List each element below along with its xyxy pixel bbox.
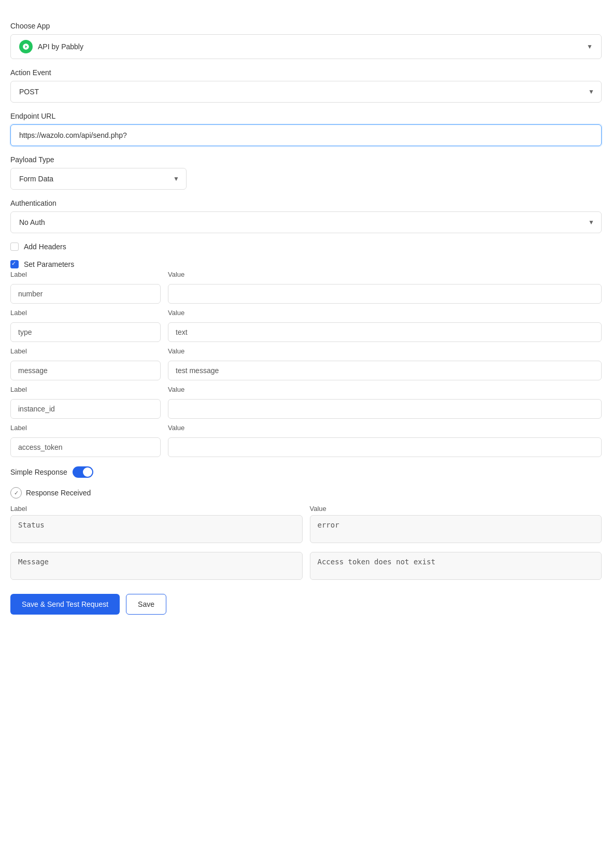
param-row-4 <box>10 437 602 457</box>
param-label-text-2: Label <box>10 347 161 355</box>
param-value-input-2[interactable] <box>168 361 602 380</box>
param-value-input-0[interactable] <box>168 284 602 304</box>
response-message-value[interactable]: Access token does not exist <box>310 552 602 580</box>
choose-app-label: Choose App <box>10 22 602 30</box>
param-label-input-0[interactable] <box>10 284 161 304</box>
response-chevron[interactable]: ✓ <box>10 487 22 499</box>
param-label-input-2[interactable] <box>10 361 161 380</box>
response-received-title: Response Received <box>26 489 91 497</box>
response-message-label[interactable]: Message <box>10 552 303 580</box>
param-label-col-header-4: Label Value <box>10 424 602 434</box>
simple-response-toggle[interactable] <box>73 466 93 478</box>
response-status-value[interactable]: error <box>310 515 602 543</box>
app-dropdown-arrow: ▼ <box>587 43 593 50</box>
set-parameters-checkbox[interactable] <box>10 260 19 268</box>
add-headers-label: Add Headers <box>24 243 66 251</box>
param-label-text-3: Label <box>10 386 161 393</box>
simple-response-label: Simple Response <box>10 468 67 476</box>
param-label-col-header: Label <box>10 271 161 278</box>
choose-app-select[interactable]: API by Pabbly ▼ <box>10 34 602 59</box>
simple-response-row: Simple Response <box>10 466 602 478</box>
param-value-text-1: Value <box>168 309 602 317</box>
payload-type-wrapper: Form Data JSON XML ▼ <box>10 168 187 190</box>
response-grid-headers: Label Status Value error <box>10 505 602 545</box>
response-message-value-col: Access token does not exist <box>310 552 602 581</box>
param-value-input-1[interactable] <box>168 322 602 342</box>
param-label-input-3[interactable] <box>10 399 161 419</box>
param-label-input-1[interactable] <box>10 322 161 342</box>
authentication-wrapper: No Auth Bearer Token Basic Auth ▼ <box>10 211 602 233</box>
action-event-select[interactable]: POST GET PUT DELETE <box>10 81 602 103</box>
param-value-col-header: Value <box>168 271 602 278</box>
set-parameters-label: Set Parameters <box>24 260 74 268</box>
param-label-col-header-1: Label Value <box>10 309 602 319</box>
response-label-col: Label Status <box>10 505 303 545</box>
response-message-label-col: Message <box>10 552 303 581</box>
param-col-headers: Label Value <box>10 271 602 281</box>
authentication-select[interactable]: No Auth Bearer Token Basic Auth <box>10 211 602 233</box>
chevron-down-icon: ✓ <box>14 490 19 496</box>
action-event-wrapper: POST GET PUT DELETE ▼ <box>10 81 602 103</box>
response-label-header: Label <box>10 505 303 513</box>
app-name: API by Pabbly <box>38 42 587 51</box>
param-row-2 <box>10 361 602 380</box>
add-headers-row: Add Headers <box>10 243 602 251</box>
action-event-label: Action Event <box>10 68 602 77</box>
app-icon <box>19 40 33 53</box>
response-status-label[interactable]: Status <box>10 515 303 543</box>
response-grid-message: Message Access token does not exist <box>10 552 602 581</box>
response-received-header: ✓ Response Received <box>10 487 602 499</box>
param-value-text-3: Value <box>168 386 602 393</box>
payload-type-label: Payload Type <box>10 155 602 164</box>
response-value-col-0: Value error <box>310 505 602 545</box>
set-parameters-row: Set Parameters <box>10 260 602 268</box>
add-headers-checkbox[interactable] <box>10 243 19 251</box>
param-row-1 <box>10 322 602 342</box>
param-value-input-3[interactable] <box>168 399 602 419</box>
param-value-text-2: Value <box>168 347 602 355</box>
save-send-button[interactable]: Save & Send Test Request <box>10 594 120 615</box>
param-label-input-4[interactable] <box>10 437 161 457</box>
param-label-text-4: Label <box>10 424 161 432</box>
param-label-col-header-3: Label Value <box>10 386 602 396</box>
endpoint-url-label: Endpoint URL <box>10 112 602 120</box>
param-row-0 <box>10 284 602 304</box>
param-value-text-4: Value <box>168 424 602 432</box>
save-button[interactable]: Save <box>126 594 166 615</box>
button-row: Save & Send Test Request Save <box>10 594 602 615</box>
param-label-col-header-2: Label Value <box>10 347 602 358</box>
param-label-text-1: Label <box>10 309 161 317</box>
param-value-input-4[interactable] <box>168 437 602 457</box>
endpoint-url-input[interactable] <box>10 124 602 146</box>
response-value-header: Value <box>310 505 602 513</box>
param-row-3 <box>10 399 602 419</box>
payload-type-select[interactable]: Form Data JSON XML <box>10 168 187 190</box>
authentication-label: Authentication <box>10 199 602 207</box>
